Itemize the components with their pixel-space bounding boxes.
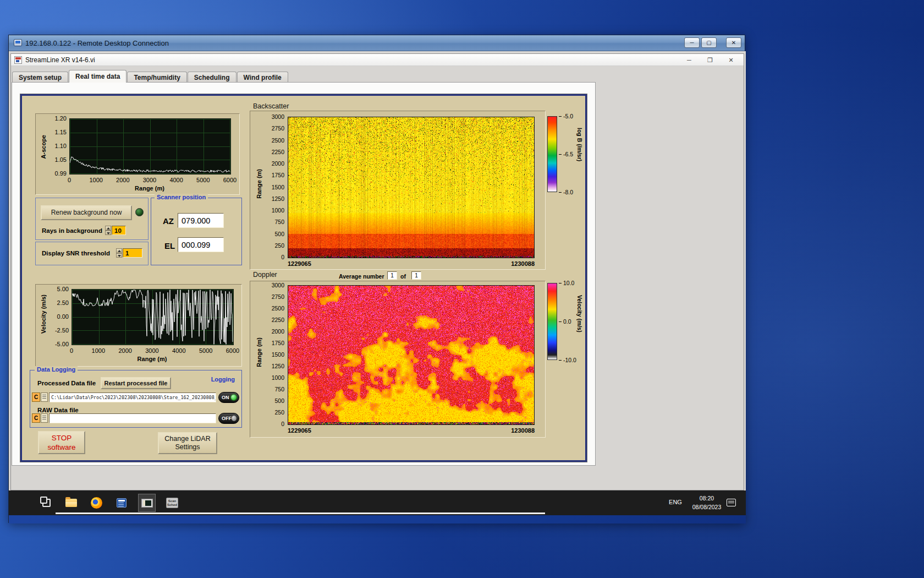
ascope-plot-canvas (70, 119, 230, 174)
raw-file-path[interactable] (49, 413, 216, 423)
tick-label: 6000 (219, 347, 246, 354)
of-label: of (400, 273, 406, 280)
snr-value-field[interactable]: 1 (123, 248, 142, 258)
snr-spinner[interactable] (116, 248, 122, 258)
tick-label: 2000 (272, 328, 284, 335)
rays-value-field[interactable]: 10 (112, 226, 126, 235)
tick-label: 500 (274, 231, 284, 237)
firefox-button[interactable] (87, 494, 105, 512)
tick-label: 1000 (83, 177, 109, 183)
rdp-minimize-button[interactable] (684, 37, 700, 48)
tick-label: 5000 (193, 347, 219, 354)
rays-in-background-label: Rays in background (42, 227, 102, 234)
tick-label: 0.99 (55, 170, 67, 177)
tick-label: -8.0 (559, 189, 581, 195)
doppler-title: Doppler (253, 271, 277, 279)
tick-label: 3000 (272, 113, 284, 120)
labview-app-icon (14, 56, 22, 64)
raw-browse-icon[interactable] (41, 413, 48, 423)
tab-bar: System setup Real time data Temp/humidit… (12, 70, 289, 83)
blue-app-button[interactable] (113, 494, 130, 512)
off-led (232, 416, 237, 421)
doppler-graph-frame: Range (m) 300027502500225020001750150012… (250, 281, 546, 438)
processed-browse-icon[interactable] (41, 392, 48, 402)
tick-label: 2000 (112, 347, 139, 354)
backscatter-heatmap-canvas (288, 117, 534, 258)
doppler-y-ticks: 3000275025002250200017501500125010007505… (250, 282, 284, 427)
scan-scheduler-button[interactable]: Scan Sched (163, 494, 181, 512)
el-value-field[interactable]: 000.099 (178, 237, 224, 252)
change-lidar-settings-button[interactable]: Change LiDAR Settings (158, 432, 217, 454)
app-close-button[interactable] (721, 54, 741, 66)
restart-processed-file-button[interactable]: Restart processed file (101, 377, 171, 389)
remote-screen: StreamLine XR v14-6.vi System setup Real… (9, 51, 746, 524)
raw-logging-toggle[interactable]: OFF (218, 413, 239, 424)
renew-background-button[interactable]: Renew background now (41, 205, 132, 220)
tick-label: 2750 (272, 125, 284, 132)
tick-label: 5000 (190, 177, 216, 183)
backscatter-plot-area (288, 117, 535, 258)
tick-label: 1750 (272, 340, 284, 346)
tab-real-time-data[interactable]: Real time data (69, 70, 127, 83)
renew-background-led (135, 208, 144, 216)
processed-drive-box[interactable]: C (32, 392, 40, 402)
tick-label: 2000 (109, 177, 136, 183)
average-count-field[interactable]: 1 (411, 271, 421, 280)
tick-label: 5.00 (57, 286, 69, 292)
data-logging-group: Data Logging Processed Data file Restart… (30, 370, 242, 428)
app-window-controls (679, 54, 741, 66)
az-value-field[interactable]: 079.000 (178, 213, 224, 228)
backscatter-graph-frame: Range (m) 300027502500225020001750150012… (250, 111, 546, 270)
average-number-field[interactable]: 1 (387, 271, 397, 280)
backscatter-title: Backscatter (253, 102, 289, 110)
processed-data-file-label: Processed Data file (37, 380, 96, 386)
tick-label: 3000 (272, 282, 284, 288)
tab-system-setup[interactable]: System setup (12, 72, 68, 83)
processed-file-path[interactable]: C:\Lidar\Data\Proc\2023\202308\20230808\… (49, 392, 216, 402)
tab-scheduling[interactable]: Scheduling (188, 72, 237, 83)
on-led (231, 395, 237, 400)
doppler-plot-area (288, 285, 535, 425)
clock-time: 08:20 (686, 494, 727, 503)
backscatter-time-end: 1230088 (502, 260, 535, 267)
tick-label: 0 (281, 421, 284, 427)
snr-threshold-box: Display SNR threshold 1 (35, 242, 148, 265)
doppler-colorbar (547, 283, 557, 360)
tick-label: 1250 (272, 363, 284, 369)
velocity-y-ticks: 5.002.500.00-2.50-5.00 (36, 286, 69, 347)
task-view-icon (42, 499, 51, 507)
action-center-icon[interactable] (727, 499, 736, 506)
language-indicator[interactable]: ENG (666, 499, 685, 505)
tick-label: 500 (274, 397, 284, 404)
tab-temp-humidity[interactable]: Temp/humidity (127, 72, 186, 83)
remote-taskbar: Scan Sched ENG 08:20 08/08/2023 (9, 490, 746, 515)
tick-label: -5.0 (559, 113, 581, 119)
az-label: AZ (163, 216, 174, 226)
taskbar-clock[interactable]: 08:20 08/08/2023 (686, 494, 727, 511)
tick-label: 1.15 (55, 129, 67, 135)
backscatter-y-ticks: 3000275025002250200017501500125010007505… (250, 113, 284, 260)
tab-wind-profile[interactable]: Wind profile (237, 72, 288, 83)
app-minimize-button[interactable] (679, 54, 700, 66)
raw-drive-box[interactable]: C (32, 413, 40, 423)
app-restore-button[interactable] (700, 54, 721, 66)
stop-software-button[interactable]: STOP software (38, 431, 85, 454)
on-label: ON (219, 395, 231, 400)
ascope-y-ticks: 1.201.151.101.050.99 (36, 115, 67, 177)
file-explorer-button[interactable] (62, 494, 80, 512)
tick-label: 250 (274, 242, 284, 249)
ascope-x-axis-label: Range (m) (69, 185, 230, 192)
app-titlebar[interactable]: StreamLine XR v14-6.vi (11, 54, 744, 66)
task-view-button[interactable] (37, 494, 55, 512)
streamline-taskbar-button[interactable] (138, 494, 156, 512)
rdp-maximize-button[interactable] (701, 37, 717, 48)
streamline-app-window: StreamLine XR v14-6.vi System setup Real… (10, 53, 744, 490)
tick-label: 10.0 (559, 280, 581, 286)
processed-logging-toggle[interactable]: ON (218, 392, 239, 403)
rdp-titlebar[interactable]: 192.168.0.122 - Remote Desktop Connectio… (9, 35, 745, 51)
desktop: 192.168.0.122 - Remote Desktop Connectio… (0, 0, 924, 578)
real-time-data-page: A-scope 1.201.151.101.050.99 01000200030… (12, 82, 596, 466)
tick-label: 0 (58, 347, 85, 354)
rdp-close-button[interactable] (726, 37, 741, 48)
rays-spinner[interactable] (105, 226, 111, 235)
